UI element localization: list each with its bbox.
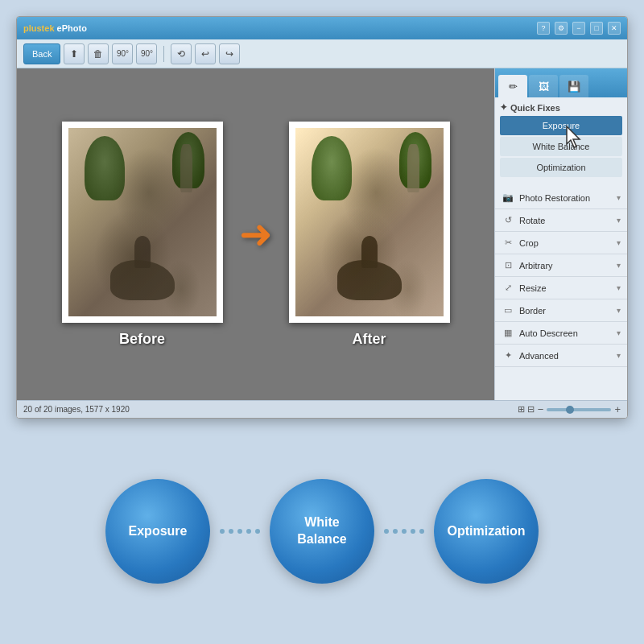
arrow-icon-2: ▾ [617, 238, 621, 247]
advanced-item[interactable]: ✦ Advanced ▾ [495, 345, 627, 367]
view-icons: ⊞ ⊟ [518, 404, 535, 415]
exposure-circle-label: Exposure [129, 523, 188, 540]
zoom-slider[interactable] [547, 408, 611, 411]
exposure-button[interactable]: Exposure [500, 116, 622, 135]
main-content: Before ➜ After [17, 68, 627, 400]
resize-label: Resize [519, 283, 612, 293]
photo-restoration-item[interactable]: 📷 Photo Restoration ▾ [495, 187, 627, 209]
arrow-icon: ➜ [239, 214, 273, 254]
dots-2 [374, 529, 434, 534]
dot [255, 529, 260, 534]
photo-area: Before ➜ After [17, 68, 494, 400]
tab-edit[interactable]: ✏ [498, 75, 527, 97]
photo-restoration-label: Photo Restoration [519, 193, 612, 203]
quick-fixes-section: ✦ Quick Fixes Exposure White Balance Opt… [495, 97, 627, 184]
crop-item[interactable]: ✂ Crop ▾ [495, 232, 627, 254]
zoom-controls: ⊞ ⊟ − + [518, 403, 621, 415]
app-window: plustek ePhoto ? ⚙ − □ ✕ Back ⬆ 🗑 90° 90… [16, 16, 628, 419]
optimization-circle-label: Optimization [448, 523, 526, 540]
auto-descreen-icon: ▦ [502, 327, 514, 340]
arbitrary-icon: ⊡ [502, 259, 514, 272]
arrow-icon-3: ▾ [617, 261, 621, 270]
logo-plustek: plustek [23, 23, 55, 33]
arrow-icon-1: ▾ [617, 216, 621, 225]
rotate-ccw-button[interactable]: 90° [112, 43, 133, 64]
border-label: Border [519, 306, 612, 316]
dot [419, 529, 424, 534]
arrow-icon-7: ▾ [617, 351, 621, 360]
statue [180, 144, 192, 192]
right-panel: ✏ 🖼 💾 ✦ Quick Fixes Exposure White Balan… [494, 68, 627, 400]
border-item[interactable]: ▭ Border ▾ [495, 299, 627, 322]
rotate-cw-button[interactable]: 90° [136, 43, 157, 64]
dot [393, 529, 398, 534]
quick-fixes-label: Quick Fixes [510, 103, 560, 113]
help-button[interactable]: ? [537, 22, 550, 35]
quick-fixes-header: ✦ Quick Fixes [500, 102, 622, 113]
tree-right [172, 132, 204, 188]
figure-after [361, 236, 378, 268]
horse-after [337, 260, 402, 300]
diagram-circle-exposure: Exposure [105, 479, 210, 584]
horse [110, 260, 175, 300]
zoom-plus-icon[interactable]: + [614, 403, 621, 415]
arbitrary-label: Arbitrary [519, 261, 612, 270]
arbitrary-item[interactable]: ⊡ Arbitrary ▾ [495, 254, 627, 277]
after-label: After [352, 331, 386, 348]
auto-descreen-item[interactable]: ▦ Auto Descreen ▾ [495, 322, 627, 345]
dot [402, 529, 407, 534]
tree-left [85, 136, 125, 200]
tab-save[interactable]: 💾 [559, 75, 588, 97]
arrow-icon-5: ▾ [617, 306, 621, 315]
dots-1 [210, 529, 270, 534]
tree-left-after [312, 136, 352, 200]
auto-descreen-label: Auto Descreen [519, 328, 612, 338]
photos-container: Before ➜ After [33, 122, 478, 348]
crop-icon: ✂ [502, 237, 514, 250]
optimization-button[interactable]: Optimization [500, 158, 622, 177]
undo-button[interactable]: ↩ [195, 43, 216, 64]
dot [220, 529, 225, 534]
rotate-item[interactable]: ↺ Rotate ▾ [495, 209, 627, 232]
dot [229, 529, 233, 534]
resize-item[interactable]: ⤢ Resize ▾ [495, 277, 627, 299]
redo-button[interactable]: ↪ [219, 43, 240, 64]
delete-button[interactable]: 🗑 [88, 43, 109, 64]
panel-tabs: ✏ 🖼 💾 [495, 68, 627, 97]
advanced-label: Advanced [519, 351, 612, 361]
white-balance-circle-label: WhiteBalance [297, 514, 346, 548]
photo-restoration-icon: 📷 [502, 192, 514, 204]
arrow-icon-0: ▾ [617, 193, 621, 202]
diagram-circle-white-balance: WhiteBalance [270, 479, 374, 584]
upload-button[interactable]: ⬆ [64, 43, 85, 64]
logo-ephoto: ePhoto [55, 23, 87, 33]
rotate-icon: ↺ [502, 214, 514, 227]
dot [411, 529, 415, 534]
dot [237, 529, 242, 534]
title-controls: ? ⚙ − □ ✕ [537, 22, 621, 35]
before-label: Before [119, 331, 165, 348]
before-image [62, 122, 223, 323]
arrow-icon-4: ▾ [617, 283, 621, 292]
back-button[interactable]: Back [23, 43, 60, 64]
tab-view[interactable]: 🖼 [529, 75, 558, 97]
tree-right-after [399, 132, 431, 188]
toolbar: Back ⬆ 🗑 90° 90° ⟲ ↩ ↪ [17, 39, 627, 68]
maximize-button[interactable]: □ [590, 22, 603, 35]
minimize-button[interactable]: − [572, 22, 585, 35]
before-frame: Before [62, 122, 223, 348]
settings-button[interactable]: ⚙ [555, 22, 568, 35]
advanced-icon: ✦ [502, 349, 514, 362]
close-button[interactable]: ✕ [608, 22, 621, 35]
toolbar-separator [163, 46, 164, 62]
statue-after [407, 144, 419, 192]
diagram-circle-optimization: Optimization [434, 479, 539, 584]
after-image [289, 122, 450, 323]
refresh-button[interactable]: ⟲ [171, 43, 192, 64]
after-frame: After [289, 122, 450, 348]
white-balance-button[interactable]: White Balance [500, 137, 622, 156]
wand-icon: ✦ [500, 102, 507, 113]
zoom-minus-icon[interactable]: − [538, 403, 544, 415]
figure [134, 236, 151, 268]
rotate-label: Rotate [519, 216, 612, 225]
